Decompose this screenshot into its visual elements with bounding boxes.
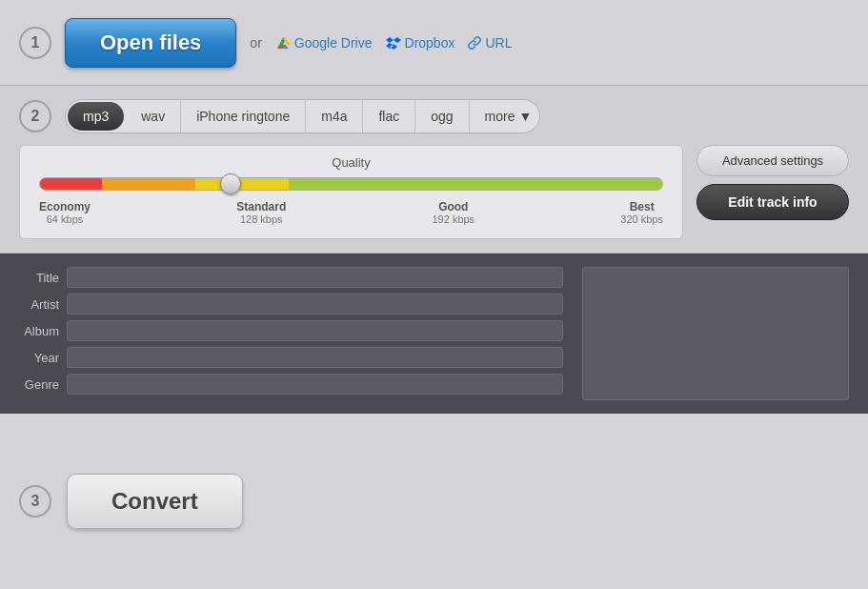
marker-best-kbps: 320 kbps (620, 213, 663, 225)
step-3-circle: 3 (19, 485, 51, 518)
main-container: 1 Open files or Google Drive Dropbox (0, 0, 868, 589)
marker-good-kbps: 192 kbps (432, 213, 474, 225)
google-drive-icon (275, 35, 291, 51)
slider-container (39, 177, 663, 194)
marker-standard-label: Standard (236, 200, 286, 213)
marker-good: Good 192 kbps (432, 200, 474, 225)
open-files-button[interactable]: Open files (65, 18, 236, 68)
track-artwork[interactable] (582, 267, 849, 400)
year-input[interactable] (67, 347, 563, 368)
step-2-circle: 2 (19, 100, 51, 132)
dropbox-icon (386, 35, 401, 51)
section-track-info: Title Artist Album Year Genre (0, 254, 868, 414)
or-text: or (250, 35, 261, 51)
section-format-quality: 2 mp3 wav iPhone ringtone m4a flac ogg m… (0, 86, 868, 254)
link-icon (468, 36, 481, 50)
track-fields: Title Artist Album Year Genre (19, 267, 563, 400)
genre-label: Genre (19, 377, 59, 392)
google-drive-label: Google Drive (294, 35, 373, 51)
right-buttons: Advanced settings Edit track info (696, 145, 849, 220)
artist-input[interactable] (67, 294, 563, 315)
marker-best-label: Best (620, 200, 663, 213)
tab-flac[interactable]: flac (363, 100, 415, 132)
title-label: Title (19, 271, 59, 285)
quality-slider[interactable] (39, 177, 663, 191)
year-label: Year (19, 351, 59, 365)
convert-button[interactable]: Convert (67, 474, 243, 529)
chevron-down-icon: ▼ (519, 109, 533, 124)
field-row-genre: Genre (19, 374, 563, 395)
marker-standard: Standard 128 kbps (236, 200, 286, 225)
marker-good-label: Good (432, 200, 474, 213)
quality-body: Quality Economy 64 kbps Standard 128 kbp… (19, 145, 849, 239)
field-row-title: Title (19, 267, 563, 288)
artist-label: Artist (19, 297, 59, 312)
album-input[interactable] (67, 320, 563, 341)
marker-standard-kbps: 128 kbps (236, 213, 286, 225)
url-label: URL (485, 35, 512, 51)
quality-label: Quality (39, 155, 663, 170)
marker-economy-kbps: 64 kbps (39, 213, 91, 225)
quality-markers: Economy 64 kbps Standard 128 kbps Good 1… (39, 200, 663, 225)
advanced-settings-button[interactable]: Advanced settings (696, 145, 849, 176)
tab-iphone-ringtone[interactable]: iPhone ringtone (181, 100, 306, 132)
dropbox-link[interactable]: Dropbox (386, 35, 455, 51)
genre-input[interactable] (67, 374, 563, 395)
marker-economy-label: Economy (39, 200, 91, 213)
quality-panel: Quality Economy 64 kbps Standard 128 kbp… (19, 145, 683, 239)
tab-more[interactable]: more ▼ (470, 100, 540, 132)
google-drive-link[interactable]: Google Drive (275, 35, 373, 51)
album-label: Album (19, 324, 59, 338)
section-open-files: 1 Open files or Google Drive Dropbox (0, 0, 868, 86)
more-label: more (485, 109, 515, 124)
format-header: 2 mp3 wav iPhone ringtone m4a flac ogg m… (19, 99, 849, 133)
tab-ogg[interactable]: ogg (415, 100, 469, 132)
tab-mp3[interactable]: mp3 (68, 102, 124, 131)
field-row-year: Year (19, 347, 563, 368)
step-1-circle: 1 (19, 27, 51, 59)
section-convert: 3 Convert (0, 414, 868, 589)
cloud-links: Google Drive Dropbox URL (275, 35, 513, 51)
dropbox-label: Dropbox (405, 35, 455, 51)
format-tabs: mp3 wav iPhone ringtone m4a flac ogg mor… (65, 99, 540, 133)
field-row-artist: Artist (19, 294, 563, 315)
url-link[interactable]: URL (468, 35, 512, 51)
tab-wav[interactable]: wav (126, 100, 181, 132)
title-input[interactable] (67, 267, 563, 288)
marker-best: Best 320 kbps (620, 200, 663, 225)
marker-economy: Economy 64 kbps (39, 200, 91, 225)
field-row-album: Album (19, 320, 563, 341)
edit-track-button[interactable]: Edit track info (696, 184, 849, 220)
tab-m4a[interactable]: m4a (306, 100, 363, 132)
